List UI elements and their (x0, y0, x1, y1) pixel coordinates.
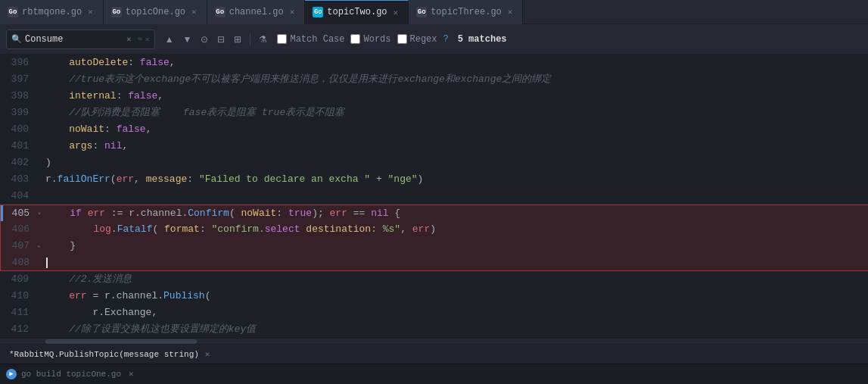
line-row-399: 399 //队列消费是否阻塞 fase表示是阻塞 true表示是不阻塞 (0, 105, 868, 121)
clear-search-button[interactable]: ✕ (126, 34, 132, 44)
line-content-404[interactable] (42, 188, 868, 204)
tab-icon-channel: Go (215, 7, 226, 17)
search-input[interactable] (25, 34, 123, 45)
tab-label-rbtmqone: rbtmqone.go (22, 7, 82, 17)
tab-close-channel[interactable]: ✕ (288, 6, 297, 17)
tab-close-topictwo[interactable]: ✕ (391, 7, 401, 18)
tab-topictwo[interactable]: Go topicTwo.go ✕ (305, 0, 409, 24)
line-content-401[interactable]: args: nil, (42, 138, 868, 155)
line-indicator-396 (36, 55, 42, 71)
line-indicator-410 (36, 288, 42, 304)
line-content-403[interactable]: r.failOnErr(err, message: "Failed to dec… (42, 171, 868, 188)
tab-rbtmqone[interactable]: Go rbtmqone.go ✕ (0, 0, 104, 24)
line-number-411: 411 (0, 304, 36, 321)
regex-help[interactable]: ? (443, 34, 449, 45)
line-row-401: 401 args: nil, (0, 138, 868, 155)
line-indicator-401 (36, 138, 42, 155)
words-option[interactable]: Words (350, 34, 390, 45)
tab-icon-topictwo: Go (313, 7, 323, 17)
filter-button[interactable]: ⚗ (255, 30, 271, 48)
line-content-412[interactable]: //除了设置交换机这也要设置绑定的key值 (42, 321, 868, 338)
toggle1-button[interactable]: ⊟ (213, 30, 229, 48)
line-indicator-409 (36, 271, 42, 288)
line-row-398: 398 internal: false, (0, 88, 868, 105)
line-content-396[interactable]: autoDelete: false, (42, 55, 868, 71)
line-indicator-412 (36, 321, 42, 338)
prev-match-button[interactable]: ▲ (161, 30, 178, 48)
find-options-button[interactable]: ⊙ (197, 30, 212, 48)
tab-topicone[interactable]: Go topicOne.go ✕ (104, 0, 207, 24)
fold-arrow-405[interactable]: ▾ (37, 209, 42, 218)
tab-icon-topicone: Go (111, 7, 122, 17)
line-content-408[interactable] (43, 254, 868, 270)
line-content-409[interactable]: //2.发送消息 (42, 271, 868, 288)
tab-close-topicthree[interactable]: ✕ (506, 6, 515, 17)
regex-option[interactable]: Regex (397, 34, 437, 45)
line-number-399: 399 (0, 105, 36, 121)
line-content-397[interactable]: //true表示这个exchange不可以被客户端用来推送消息，仅仅是用来进行e… (42, 71, 868, 88)
line-indicator-399 (36, 105, 42, 121)
tab-icon-topicthree: Go (416, 7, 427, 17)
code-wrapper: 396 autoDelete: false,397 //true表示这个exch… (0, 55, 868, 338)
line-content-398[interactable]: internal: false, (42, 88, 868, 105)
toggle2-button[interactable]: ⊞ (230, 30, 245, 48)
line-content-407[interactable]: } (43, 238, 868, 254)
line-row-405: 405▾ if err := r.channel.Confirm( noWait… (0, 204, 868, 221)
line-content-411[interactable]: r.Exchange, (42, 304, 868, 321)
line-row-409: 409 //2.发送消息 (0, 271, 868, 288)
line-row-406: 406 log.Fatalf( format: "confirm.select … (0, 221, 868, 238)
scrollbar-thumb[interactable] (45, 339, 197, 344)
line-number-403: 403 (0, 171, 36, 188)
line-number-404: 404 (0, 188, 36, 204)
line-number-408: 408 (1, 254, 37, 270)
matches-count: 5 matches (458, 34, 507, 45)
tab-label-topicthree: topicThree.go (431, 7, 502, 17)
words-checkbox[interactable] (350, 34, 360, 44)
status-bar: *RabbitMQ.PublishTopic(message string) ✕ (0, 344, 868, 364)
editor-area: 396 autoDelete: false,397 //true表示这个exch… (0, 55, 868, 338)
search-bar: 🔍 ✕ ⌨ ✕ ▲ ▼ ⊙ ⊟ ⊞ ⚗ Match Case Words Reg… (0, 24, 868, 55)
line-number-400: 400 (0, 121, 36, 138)
notification-icon: ▶ (6, 369, 17, 379)
next-match-button[interactable]: ▼ (179, 30, 196, 48)
line-content-405[interactable]: if err := r.channel.Confirm( noWait: tru… (43, 205, 868, 221)
line-row-411: 411 r.Exchange, (0, 304, 868, 321)
line-number-402: 402 (0, 155, 36, 171)
regex-checkbox[interactable] (397, 34, 407, 44)
line-number-407: 407 (1, 238, 37, 254)
status-close[interactable]: ✕ (205, 349, 210, 359)
match-case-option[interactable]: Match Case (277, 34, 344, 45)
line-content-406[interactable]: log.Fatalf( format: "confirm.select dest… (43, 221, 868, 238)
line-number-410: 410 (0, 288, 36, 304)
line-indicator-403 (36, 171, 42, 188)
line-number-396: 396 (0, 55, 36, 71)
line-number-406: 406 (1, 221, 37, 238)
notification-close[interactable]: ✕ (129, 369, 134, 379)
line-indicator-408 (37, 254, 43, 270)
notification-bar: ▶ go build topicOne.go ✕ (0, 364, 868, 383)
tab-close-topicone[interactable]: ✕ (189, 6, 199, 17)
line-row-397: 397 //true表示这个exchange不可以被客户端用来推送消息，仅仅是用… (0, 71, 868, 88)
line-indicator-407: ▸ (37, 238, 43, 254)
line-indicator-406 (37, 221, 43, 238)
fold-arrow-407[interactable]: ▸ (37, 242, 42, 251)
line-row-412: 412 //除了设置交换机这也要设置绑定的key值 (0, 321, 868, 338)
tab-topicthree[interactable]: Go topicThree.go ✕ (409, 0, 523, 24)
line-number-398: 398 (0, 88, 36, 105)
separator (250, 33, 250, 46)
line-content-410[interactable]: err = r.channel.Publish( (42, 288, 868, 304)
line-content-399[interactable]: //队列消费是否阻塞 fase表示是阻塞 true表示是不阻塞 (42, 105, 868, 121)
line-row-403: 403r.failOnErr(err, message: "Failed to … (0, 171, 868, 188)
line-number-409: 409 (0, 271, 36, 288)
line-content-402[interactable]: ) (42, 155, 868, 171)
horizontal-scrollbar[interactable] (0, 338, 868, 344)
line-indicator-397 (36, 71, 42, 88)
line-content-400[interactable]: noWait: false, (42, 121, 868, 138)
tab-close-rbtmqone[interactable]: ✕ (86, 6, 95, 17)
line-row-396: 396 autoDelete: false, (0, 55, 868, 71)
match-case-checkbox[interactable] (277, 34, 287, 44)
line-row-402: 402) (0, 155, 868, 171)
tab-label-topictwo: topicTwo.go (327, 7, 387, 17)
line-indicator-404 (36, 188, 42, 204)
tab-channel[interactable]: Go channel.go ✕ (207, 0, 306, 24)
